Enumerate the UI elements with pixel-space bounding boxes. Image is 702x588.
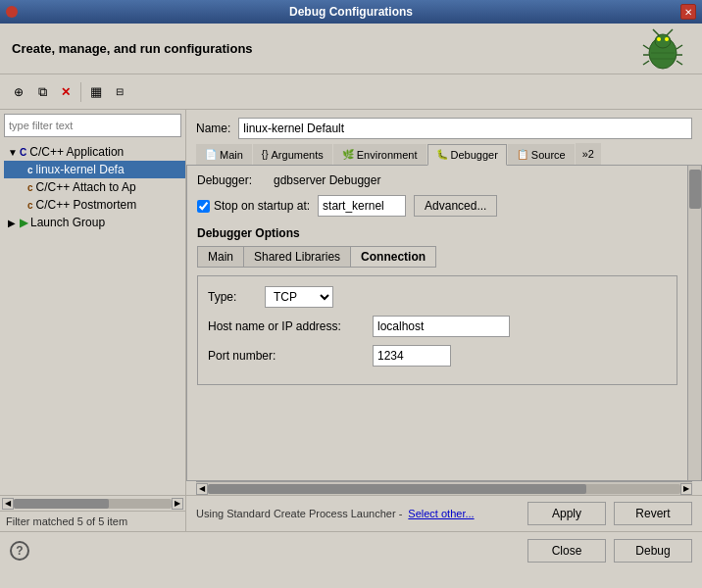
bottom-hscroll-thumb [208, 484, 586, 494]
new-config-button[interactable]: ⊕ [8, 81, 29, 103]
bug-icon [639, 25, 686, 73]
port-row: Port number: [208, 345, 667, 367]
collapse-button[interactable]: ⊟ [109, 81, 130, 103]
left-panel-scrollbar[interactable]: ◀ ▶ [0, 495, 185, 511]
filter-status: Filter matched 5 of 5 item [0, 511, 185, 531]
svg-line-8 [643, 61, 649, 65]
svg-point-2 [657, 37, 661, 41]
apply-revert-buttons: Apply Revert [527, 502, 692, 525]
tab-main[interactable]: 📄 Main [196, 144, 252, 165]
cpp-postmortem-icon: c [27, 200, 33, 211]
close-window-button[interactable]: ✕ [680, 4, 696, 20]
sub-tab-shared-libs[interactable]: Shared Libraries [244, 247, 351, 267]
tree-group-launch: ▶ ▶ Launch Group [0, 214, 185, 231]
tab-content-debugger: Debugger: gdbserver Debugger Stop on sta… [187, 166, 687, 480]
linux-kernel-icon: c [27, 165, 33, 175]
svg-line-11 [677, 61, 682, 65]
tree-item-label-launch-group: Launch Group [30, 216, 105, 229]
source-tab-icon: 📋 [517, 149, 528, 160]
help-button[interactable]: ? [10, 541, 29, 561]
tab-arguments[interactable]: {} Arguments [253, 144, 332, 165]
right-panel-scrollbar[interactable] [687, 166, 701, 480]
tree-item-launch-group[interactable]: ▶ ▶ Launch Group [4, 214, 185, 231]
filter-input[interactable] [4, 114, 181, 137]
scroll-left-arrow[interactable]: ◀ [2, 498, 14, 510]
bottom-buttons: Close Debug [527, 539, 692, 563]
tree-arrow-launch: ▶ [8, 218, 20, 228]
launcher-info: Using Standard Create Process Launcher -… [196, 508, 475, 519]
tab-more[interactable]: »2 [576, 143, 601, 165]
main-tab-icon: 📄 [205, 149, 217, 160]
stop-on-startup-label: Stop on startup at: [197, 199, 310, 213]
stop-on-startup-checkbox[interactable] [197, 200, 210, 213]
host-input[interactable] [373, 316, 510, 337]
startup-at-input[interactable] [318, 195, 406, 217]
tab-debugger[interactable]: 🐛 Debugger [427, 144, 507, 166]
toolbar-separator [80, 82, 81, 102]
filter-button[interactable]: ▦ [85, 81, 107, 103]
right-scroll-thumb [689, 170, 701, 209]
sub-tabs-bar: Main Shared Libraries Connection [197, 246, 436, 268]
tree-view: ▼ C C/C++ Application c linux-kernel Def… [0, 141, 185, 495]
launch-group-icon: ▶ [20, 217, 27, 229]
stop-on-startup-row: Stop on startup at: Advanced... [197, 195, 677, 217]
select-other-link[interactable]: Select other... [408, 508, 474, 519]
tree-arrow-expand: ▼ [8, 147, 20, 158]
bottom-hscroll[interactable]: ◀ ▶ [196, 481, 692, 495]
tree-item-cpp-postmortem[interactable]: c C/C++ Postmortem [4, 196, 185, 214]
apply-button[interactable]: Apply [527, 502, 606, 525]
type-row: Type: TCP UDP Serial [208, 286, 667, 308]
tab-environment[interactable]: 🌿 Environment [333, 144, 426, 165]
connection-box: Type: TCP UDP Serial Host name or IP add… [197, 275, 677, 385]
tree-item-linux-kernel[interactable]: c linux-kernel Defa [4, 161, 185, 178]
tree-item-cpp-attach[interactable]: c C/C++ Attach to Ap [4, 178, 185, 196]
advanced-button[interactable]: Advanced... [414, 195, 497, 217]
close-button[interactable]: Close [527, 539, 606, 563]
stop-on-startup-text: Stop on startup at: [214, 199, 310, 213]
svg-point-1 [655, 34, 671, 48]
type-select[interactable]: TCP UDP Serial [265, 286, 333, 308]
debugger-value: gdbserver Debugger [274, 173, 380, 187]
tab-source[interactable]: 📋 Source [508, 144, 575, 165]
sub-tab-shared-libs-label: Shared Libraries [254, 250, 340, 264]
delete-icon: ✕ [61, 85, 71, 99]
bottom-scroll-left[interactable]: ◀ [196, 483, 208, 495]
name-input[interactable] [238, 118, 692, 139]
type-label: Type: [208, 290, 257, 304]
debug-button[interactable]: Debug [614, 539, 692, 563]
port-input[interactable] [373, 345, 451, 367]
sub-tab-connection-label: Connection [361, 250, 426, 264]
title-bar: Debug Configurations ✕ [0, 0, 702, 24]
cpp-attach-icon: c [27, 182, 33, 193]
tree-item-cpp-app[interactable]: ▼ C C/C++ Application [4, 143, 185, 161]
arguments-tab-icon: {} [262, 149, 269, 160]
duplicate-button[interactable]: ⧉ [31, 81, 53, 103]
debugger-label: Debugger: [197, 173, 266, 187]
svg-line-4 [653, 29, 659, 35]
subtitle: Create, manage, and run configurations [0, 33, 265, 64]
host-label: Host name or IP address: [208, 319, 365, 333]
main-content: ▼ C C/C++ Application c linux-kernel Def… [0, 110, 702, 531]
arguments-tab-label: Arguments [272, 149, 324, 161]
bottom-hscroll-track[interactable] [208, 484, 680, 494]
bottom-scroll-right[interactable]: ▶ [680, 483, 692, 495]
delete-button[interactable]: ✕ [55, 81, 76, 103]
tabs-bar: 📄 Main {} Arguments 🌿 Environment 🐛 Debu… [186, 143, 702, 166]
environment-tab-label: Environment [357, 149, 418, 161]
new-icon: ⊕ [14, 85, 24, 99]
revert-button[interactable]: Revert [614, 502, 692, 525]
name-row: Name: [186, 110, 702, 143]
scroll-right-arrow[interactable]: ▶ [172, 498, 183, 510]
left-hscroll-thumb [14, 499, 109, 509]
right-panel: Name: 📄 Main {} Arguments 🌿 Environment … [186, 110, 702, 531]
sub-tab-main[interactable]: Main [198, 247, 244, 267]
svg-line-9 [677, 45, 682, 49]
left-panel: ▼ C C/C++ Application c linux-kernel Def… [0, 110, 186, 531]
window-dot [6, 6, 18, 18]
launcher-action-row: Using Standard Create Process Launcher -… [186, 495, 702, 531]
left-hscroll-track[interactable] [14, 499, 172, 509]
sub-tab-connection[interactable]: Connection [351, 247, 435, 267]
main-tab-label: Main [220, 149, 243, 161]
name-label: Name: [196, 122, 230, 135]
cpp-app-icon: C [20, 147, 26, 158]
